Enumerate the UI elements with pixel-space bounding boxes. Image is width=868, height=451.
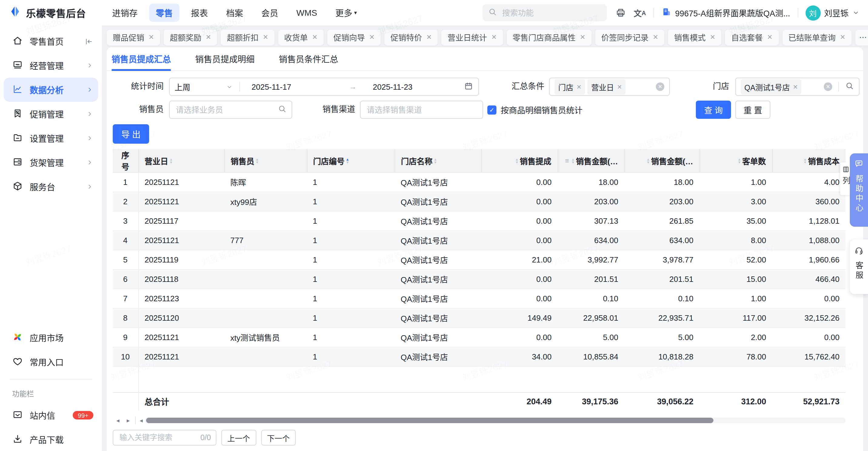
sort-icon[interactable]: ▴▾ xyxy=(647,158,649,164)
close-tab-icon[interactable]: ✕ xyxy=(653,33,658,41)
open-tab-自选套餐[interactable]: 自选套餐✕ xyxy=(725,29,779,45)
close-tab-icon[interactable]: ✕ xyxy=(263,33,268,41)
nav-item-档案[interactable]: 档案 xyxy=(219,4,250,22)
date-start-value[interactable]: 2025-11-17 xyxy=(247,82,338,91)
sort-icon[interactable]: ▴▾ xyxy=(516,158,518,164)
open-tab-零售门店商品属性[interactable]: 零售门店商品属性✕ xyxy=(506,29,591,45)
chip-close-icon[interactable]: ✕ xyxy=(577,83,582,90)
close-tab-icon[interactable]: ✕ xyxy=(580,33,585,41)
sort-icon[interactable]: ▴▾ xyxy=(738,158,740,164)
sidebar-item-常用入口[interactable]: 常用入口 xyxy=(0,350,102,374)
filter-icon[interactable]: ≡ xyxy=(565,157,569,164)
open-tab-销售模式[interactable]: 销售模式✕ xyxy=(668,29,721,45)
search-icon[interactable] xyxy=(845,81,854,92)
keyword-input[interactable] xyxy=(118,433,198,443)
sidebar-item-设置管理[interactable]: 设置管理 xyxy=(0,126,102,150)
global-search-input[interactable] xyxy=(501,7,601,18)
open-tab-收货单[interactable]: 收货单✕ xyxy=(278,29,323,45)
reset-button[interactable]: 重 置 xyxy=(735,101,770,119)
subtab-销售员提成汇总[interactable]: 销售员提成汇总 xyxy=(112,47,171,71)
scroll-left-button[interactable]: ◂ xyxy=(113,417,123,424)
sidebar-item-零售首页[interactable]: 零售首页 xyxy=(0,29,102,53)
date-preset-select[interactable]: 上周 xyxy=(175,81,233,92)
open-tab-超额奖励[interactable]: 超额奖励✕ xyxy=(164,29,217,45)
sidebar-item-货架管理[interactable]: 货架管理 xyxy=(0,150,102,175)
more-tabs-button[interactable]: ⋯ xyxy=(855,29,868,45)
sort-icon[interactable]: ▴▾ xyxy=(804,158,806,164)
subtab-销售员条件汇总[interactable]: 销售员条件汇总 xyxy=(279,47,338,71)
open-tab-赠品促销[interactable]: 赠品促销✕ xyxy=(107,29,160,45)
scroll-right-button[interactable]: ▸ xyxy=(123,417,133,424)
sidebar-item-站内信[interactable]: 站内信99+ xyxy=(0,403,102,427)
close-tab-icon[interactable]: ✕ xyxy=(312,33,317,41)
help-center-button[interactable]: 帮助中心 xyxy=(850,153,868,227)
column-header-序号[interactable]: 序号 xyxy=(113,149,138,173)
close-tab-icon[interactable]: ✕ xyxy=(206,33,211,41)
column-header-客单数[interactable]: ▴▾客单数 xyxy=(700,149,772,173)
nav-item-更多[interactable]: 更多▾ xyxy=(329,4,363,22)
store-filter-select[interactable]: QA测试1号店 ✕ ✕ xyxy=(735,78,860,96)
summary-condition-select[interactable]: 门店✕营业日✕ ✕ xyxy=(549,78,670,96)
chip-close-icon[interactable]: ✕ xyxy=(617,83,622,90)
store-selector[interactable]: 99675-A组新界面果蔬版QA测... xyxy=(661,7,790,19)
nav-item-进销存[interactable]: 进销存 xyxy=(105,4,144,22)
scrollbar-thumb[interactable] xyxy=(146,418,714,423)
nav-item-WMS[interactable]: WMS xyxy=(290,5,324,21)
column-header-销售提成[interactable]: ▴▾销售提成 xyxy=(481,149,558,173)
query-button[interactable]: 查 询 xyxy=(696,101,731,119)
scrollbar-track[interactable] xyxy=(145,418,845,423)
open-tab-促销向导[interactable]: 促销向导✕ xyxy=(327,29,381,45)
next-match-button[interactable]: 下一个 xyxy=(261,430,296,446)
global-search[interactable] xyxy=(483,4,607,21)
salesman-input[interactable] xyxy=(175,104,275,115)
date-range-picker[interactable]: 上周 2025-11-17 → 2025-11-23 xyxy=(169,78,479,96)
open-tab-超额折扣[interactable]: 超额折扣✕ xyxy=(221,29,274,45)
chip-close-icon[interactable]: ✕ xyxy=(793,83,798,90)
close-tab-icon[interactable]: ✕ xyxy=(369,33,375,41)
translate-icon[interactable]: 文A xyxy=(634,7,646,19)
close-tab-icon[interactable]: ✕ xyxy=(426,33,432,41)
column-header-销售成本[interactable]: ▴▾销售成本 xyxy=(772,149,845,173)
close-tab-icon[interactable]: ✕ xyxy=(710,33,715,41)
sort-icon[interactable]: ▴▾ xyxy=(256,158,258,164)
close-tab-icon[interactable]: ✕ xyxy=(491,33,497,41)
salesman-filter[interactable] xyxy=(169,101,292,119)
sort-icon[interactable]: ▴▾ xyxy=(434,158,436,164)
customer-service-button[interactable]: 客服 xyxy=(850,239,868,294)
column-header-门店名称[interactable]: 门店名称▴▾ xyxy=(395,149,481,173)
export-button[interactable]: 导 出 xyxy=(113,124,149,144)
sidebar-item-应用市场[interactable]: 应用市场 xyxy=(0,326,102,350)
open-tab-价签同步记录[interactable]: 价签同步记录✕ xyxy=(595,29,664,45)
column-header-销售金额(…[interactable]: ▴▾销售金额(… xyxy=(624,149,700,173)
nav-item-报表[interactable]: 报表 xyxy=(184,4,215,22)
open-tab-促销特价[interactable]: 促销特价✕ xyxy=(384,29,438,45)
column-header-营业日[interactable]: 营业日▴▾ xyxy=(138,149,224,173)
channel-input[interactable] xyxy=(366,104,478,115)
brand[interactable]: 乐檬零售后台 xyxy=(8,5,86,21)
close-tab-icon[interactable]: ✕ xyxy=(149,33,154,41)
open-tab-已结账单查询[interactable]: 已结账单查询✕ xyxy=(782,29,851,45)
previous-match-button[interactable]: 上一个 xyxy=(221,430,256,446)
channel-filter[interactable] xyxy=(360,101,483,119)
sort-icon[interactable]: ▴▾ xyxy=(346,158,348,164)
detail-statistics-checkbox[interactable]: ✓ 按商品明细销售员统计 xyxy=(487,101,583,119)
clear-icon[interactable]: ✕ xyxy=(824,83,832,91)
column-header-销售员[interactable]: 销售员▴▾ xyxy=(224,149,307,173)
close-tab-icon[interactable]: ✕ xyxy=(840,33,845,41)
sidebar-item-促销管理[interactable]: 促销管理 xyxy=(0,102,102,126)
subtab-销售员提成明细[interactable]: 销售员提成明细 xyxy=(195,47,255,71)
user-menu[interactable]: 刘 刘昱铄 xyxy=(805,5,860,20)
sidebar-item-服务台[interactable]: 服务台 xyxy=(0,175,102,199)
close-tab-icon[interactable]: ✕ xyxy=(767,33,773,41)
collapse-sidebar-icon[interactable] xyxy=(84,37,93,46)
nav-item-会员[interactable]: 会员 xyxy=(255,4,285,22)
print-icon[interactable] xyxy=(616,7,626,18)
sidebar-item-经营管理[interactable]: 经营管理 xyxy=(0,53,102,78)
sidebar-item-数据分析[interactable]: 数据分析 xyxy=(4,78,98,102)
sort-icon[interactable]: ▴▾ xyxy=(572,158,574,164)
column-header-销售金额(…[interactable]: ≡▴▾销售金额(… xyxy=(558,149,624,173)
column-header-门店编号[interactable]: 门店编号▴▾ xyxy=(307,149,395,173)
keyword-search-field[interactable]: 0/0 xyxy=(113,430,216,446)
sidebar-item-产品下载[interactable]: 产品下载 xyxy=(0,427,102,451)
calendar-icon[interactable] xyxy=(464,81,473,92)
